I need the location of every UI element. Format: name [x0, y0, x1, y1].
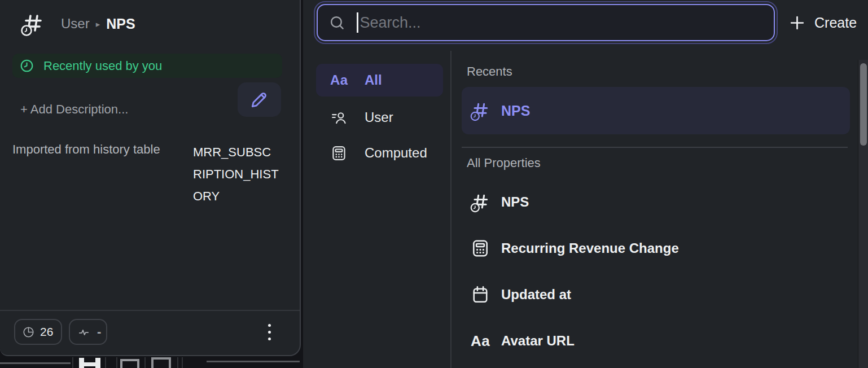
text-type-icon: Aa — [330, 72, 355, 88]
fragment-line — [116, 357, 117, 368]
underlying-page-fragment — [0, 357, 302, 368]
result-item-label: NPS — [501, 103, 530, 119]
column-divider — [450, 51, 451, 368]
breadcrumb: User ▸ NPS — [61, 16, 135, 32]
usage-count-value: 26 — [40, 325, 53, 339]
filter-label: Computed — [365, 145, 427, 161]
filter-tab-user[interactable]: User — [316, 103, 443, 132]
fragment-line — [0, 362, 71, 364]
scrollbar-thumb[interactable] — [860, 63, 867, 146]
pencil-icon — [249, 89, 270, 110]
screen: User ▸ NPS Recently used by you + Add De… — [0, 0, 868, 368]
property-item-nps[interactable]: NPS — [462, 185, 850, 219]
calendar-icon — [468, 284, 492, 305]
result-item-label: NPS — [501, 194, 529, 210]
property-item-avatar-url[interactable]: Aa Avatar URL — [462, 324, 850, 358]
filter-label: All — [365, 72, 382, 88]
panel-header: User ▸ NPS — [19, 8, 135, 40]
filter-tab-all[interactable]: Aa All — [316, 64, 443, 97]
add-description-button[interactable]: + Add Description... — [20, 102, 128, 117]
breadcrumb-chevron-icon: ▸ — [96, 19, 100, 29]
fragment-line — [207, 361, 300, 362]
plus-icon — [788, 14, 806, 32]
fragment-glyph — [151, 357, 171, 368]
create-button[interactable]: Create — [788, 7, 857, 38]
result-item-label: Updated at — [501, 287, 571, 303]
section-divider — [462, 147, 848, 148]
footer-divider — [0, 310, 300, 311]
result-item-label: Avatar URL — [501, 333, 575, 349]
trend-pill[interactable]: - — [69, 319, 107, 345]
calculator-icon — [330, 144, 355, 162]
create-button-label: Create — [814, 15, 857, 31]
recently-used-label: Recently used by you — [43, 59, 162, 73]
search-focus-ring: Search... — [314, 1, 778, 44]
property-detail-panel: User ▸ NPS Recently used by you + Add De… — [0, 0, 301, 356]
result-item-label: Recurring Revenue Change — [501, 240, 679, 256]
fragment-glyph — [79, 358, 100, 368]
activity-pulse-icon — [77, 326, 90, 339]
recently-used-badge: Recently used by you — [12, 54, 282, 78]
trend-value: - — [97, 325, 101, 339]
breadcrumb-parent[interactable]: User — [61, 16, 90, 32]
clock-icon — [19, 58, 34, 73]
text-type-icon: Aa — [468, 332, 492, 350]
recent-item-nps[interactable]: NPS — [462, 87, 850, 134]
user-list-icon — [330, 109, 355, 126]
search-placeholder: Search... — [360, 14, 421, 32]
breadcrumb-current: NPS — [106, 16, 135, 32]
edit-description-button[interactable] — [238, 82, 281, 117]
pie-chart-icon — [22, 326, 35, 339]
number-clock-icon — [19, 10, 46, 37]
scrollbar-track[interactable] — [858, 60, 868, 368]
text-cursor — [357, 12, 358, 33]
property-item-updated-at[interactable]: Updated at — [462, 278, 850, 312]
filter-tab-computed[interactable]: Computed — [316, 138, 443, 168]
search-input[interactable]: Search... — [317, 4, 775, 41]
fragment-line — [105, 357, 106, 368]
filter-label: User — [365, 109, 393, 125]
fragment-line — [144, 357, 146, 368]
number-clock-icon — [468, 99, 492, 122]
calculator-icon — [468, 238, 492, 259]
import-source-label: Imported from history table — [12, 142, 160, 157]
more-options-button[interactable] — [261, 320, 278, 344]
recents-section-header: Recents — [467, 64, 512, 79]
property-item-recurring-revenue-change[interactable]: Recurring Revenue Change — [462, 231, 850, 265]
property-search-overlay: Search... Create Aa All Use — [303, 0, 868, 368]
fragment-line — [177, 357, 178, 368]
search-icon — [328, 14, 346, 32]
number-clock-icon — [468, 191, 492, 213]
all-properties-section-header: All Properties — [467, 156, 541, 170]
import-source-value: MRR_SUBSCRIPTION_HISTORY — [193, 141, 279, 207]
fragment-line — [72, 357, 73, 368]
fragment-glyph — [120, 359, 139, 368]
usage-count-pill[interactable]: 26 — [14, 319, 62, 345]
fragment-line — [182, 357, 183, 368]
